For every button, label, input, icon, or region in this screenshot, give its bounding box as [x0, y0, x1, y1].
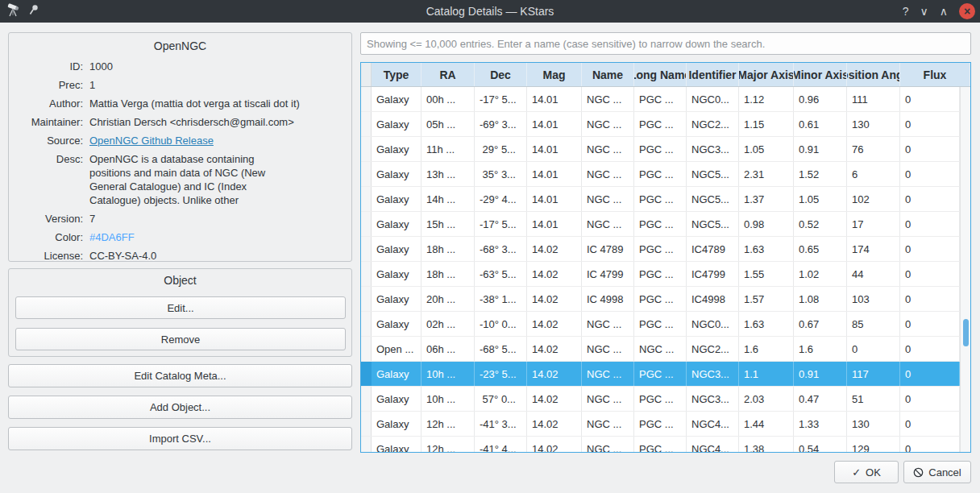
table-cell[interactable]: 1.63: [739, 312, 794, 336]
table-cell[interactable]: 10h ...: [421, 387, 475, 411]
table-cell[interactable]: PGC ...: [634, 437, 687, 453]
table-cell[interactable]: 2.31: [739, 162, 794, 186]
table-cell[interactable]: 0.47: [794, 387, 847, 411]
table-cell[interactable]: 0: [900, 312, 960, 336]
table-row[interactable]: Galaxy10h ... 57° 0...14.02NGC ...PGC ..…: [361, 387, 960, 412]
table-cell[interactable]: 29° 5...: [475, 137, 527, 161]
table-cell[interactable]: 0: [900, 237, 960, 261]
table-cell[interactable]: 20h ...: [421, 287, 475, 311]
vertical-scrollbar[interactable]: [960, 87, 970, 452]
table-cell[interactable]: 0: [900, 412, 960, 436]
table-cell[interactable]: NGC ...: [582, 437, 634, 453]
column-header[interactable]: RA: [421, 63, 475, 86]
table-cell[interactable]: 12h ...: [421, 412, 475, 436]
table-cell[interactable]: 103: [847, 287, 900, 311]
table-cell[interactable]: PGC ...: [634, 162, 687, 186]
table-cell[interactable]: 0: [900, 212, 960, 236]
table-cell[interactable]: Galaxy: [372, 187, 421, 211]
table-cell[interactable]: 85: [847, 312, 900, 336]
table-row[interactable]: Galaxy05h ...-69° 3...14.01NGC ...PGC ..…: [361, 112, 960, 137]
table-cell[interactable]: 1.33: [794, 412, 847, 436]
table-cell[interactable]: 14.01: [527, 187, 582, 211]
close-icon[interactable]: ×: [959, 3, 975, 19]
table-row[interactable]: Galaxy02h ...-10° 0...14.02NGC ...PGC ..…: [361, 312, 960, 337]
table-cell[interactable]: 1.05: [794, 187, 847, 211]
table-cell[interactable]: 0: [900, 162, 960, 186]
column-header[interactable]: Position Angle: [847, 63, 900, 86]
table-cell[interactable]: 18h ...: [421, 237, 475, 261]
table-cell[interactable]: -17° 5...: [475, 212, 527, 236]
table-cell[interactable]: 06h ...: [421, 337, 475, 361]
table-cell[interactable]: 0: [900, 112, 960, 136]
source-link[interactable]: OpenNGC Github Release: [89, 135, 214, 147]
table-cell[interactable]: Galaxy: [372, 237, 421, 261]
row-header[interactable]: [361, 262, 372, 286]
table-cell[interactable]: 18h ...: [421, 262, 475, 286]
table-cell[interactable]: Galaxy: [372, 162, 421, 186]
row-header[interactable]: [361, 362, 372, 386]
row-header[interactable]: [361, 237, 372, 261]
table-cell[interactable]: NGC5...: [687, 187, 739, 211]
table-cell[interactable]: 14.01: [527, 112, 582, 136]
table-cell[interactable]: NGC ...: [582, 412, 634, 436]
table-cell[interactable]: NGC ...: [582, 337, 634, 361]
table-cell[interactable]: 12h ...: [421, 437, 475, 453]
table-cell[interactable]: PGC ...: [634, 237, 687, 261]
table-cell[interactable]: NGC4...: [687, 412, 739, 436]
table-row[interactable]: Galaxy12h ...-41° 4...14.02NGC ...PGC ..…: [361, 437, 960, 453]
table-cell[interactable]: 0: [847, 337, 900, 361]
table-row[interactable]: Galaxy14h ...-29° 4...14.01NGC ...PGC ..…: [361, 187, 960, 212]
table-cell[interactable]: 1.02: [794, 262, 847, 286]
table-cell[interactable]: IC 4799: [582, 262, 634, 286]
table-cell[interactable]: -41° 4...: [475, 437, 527, 453]
table-cell[interactable]: 1.6: [794, 337, 847, 361]
table-cell[interactable]: 15h ...: [421, 212, 475, 236]
table-cell[interactable]: 1.08: [794, 287, 847, 311]
table-cell[interactable]: NGC ...: [582, 312, 634, 336]
table-cell[interactable]: 1.37: [739, 187, 794, 211]
column-header[interactable]: Minor Axis: [794, 63, 847, 86]
row-header[interactable]: [361, 337, 372, 361]
remove-object-button[interactable]: Remove: [15, 328, 346, 350]
table-cell[interactable]: Galaxy: [372, 362, 421, 386]
table-cell[interactable]: Galaxy: [372, 387, 421, 411]
table-row[interactable]: Open ...06h ...-68° 5...14.02NGC ...NGC …: [361, 337, 960, 362]
table-row[interactable]: Galaxy12h ...-41° 3...14.02NGC ...PGC ..…: [361, 412, 960, 437]
table-cell[interactable]: Galaxy: [372, 212, 421, 236]
table-cell[interactable]: 14.02: [527, 287, 582, 311]
table-cell[interactable]: 14.02: [527, 387, 582, 411]
import-csv-button[interactable]: Import CSV...: [8, 427, 352, 450]
table-cell[interactable]: NGC0...: [687, 87, 739, 111]
table-cell[interactable]: 130: [847, 112, 900, 136]
table-cell[interactable]: NGC ...: [582, 187, 634, 211]
table-cell[interactable]: 129: [847, 437, 900, 453]
table-row[interactable]: Galaxy20h ...-38° 1...14.02IC 4998PGC ..…: [361, 287, 960, 312]
table-cell[interactable]: NGC ...: [582, 87, 634, 111]
table-cell[interactable]: PGC ...: [634, 112, 687, 136]
column-header[interactable]: Dec: [475, 63, 527, 86]
table-cell[interactable]: 0: [900, 387, 960, 411]
table-cell[interactable]: PGC ...: [634, 312, 687, 336]
table-cell[interactable]: NGC ...: [582, 212, 634, 236]
table-cell[interactable]: 14h ...: [421, 187, 475, 211]
table-cell[interactable]: 11h ...: [421, 137, 475, 161]
table-cell[interactable]: 0: [900, 137, 960, 161]
table-cell[interactable]: NGC ...: [634, 337, 687, 361]
maximize-icon[interactable]: ∧: [940, 0, 948, 23]
table-cell[interactable]: Open ...: [372, 337, 421, 361]
table-cell[interactable]: 14.02: [527, 362, 582, 386]
table-cell[interactable]: 0: [900, 187, 960, 211]
table-cell[interactable]: PGC ...: [634, 187, 687, 211]
table-cell[interactable]: PGC ...: [634, 412, 687, 436]
row-header[interactable]: [361, 312, 372, 336]
table-cell[interactable]: NGC ...: [582, 362, 634, 386]
table-row[interactable]: Galaxy10h ...-23° 5...14.02NGC ...PGC ..…: [361, 362, 960, 387]
table-cell[interactable]: NGC3...: [687, 387, 739, 411]
table-row[interactable]: Galaxy18h ...-63° 5...14.02IC 4799PGC ..…: [361, 262, 960, 287]
table-cell[interactable]: PGC ...: [634, 362, 687, 386]
table-row[interactable]: Galaxy11h ... 29° 5...14.01NGC ...PGC ..…: [361, 137, 960, 162]
table-cell[interactable]: -17° 5...: [475, 87, 527, 111]
table-cell[interactable]: -69° 3...: [475, 112, 527, 136]
table-cell[interactable]: 00h ...: [421, 87, 475, 111]
column-header[interactable]: Type: [372, 63, 421, 86]
